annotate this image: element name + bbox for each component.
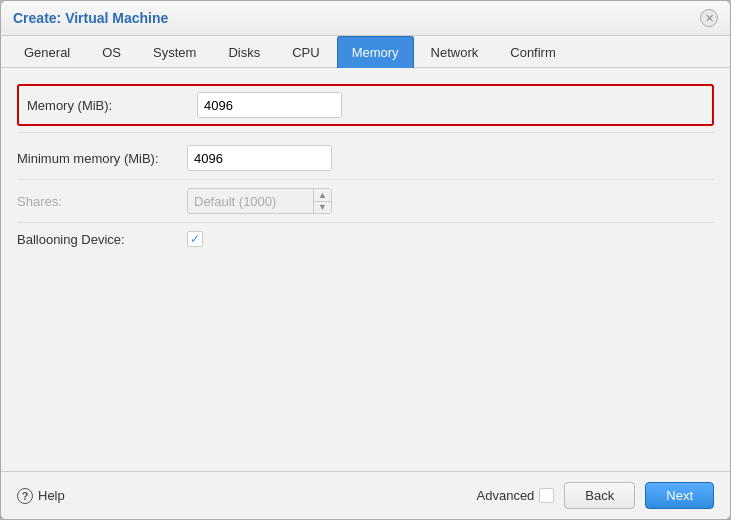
next-button[interactable]: Next xyxy=(645,482,714,509)
advanced-label: Advanced xyxy=(477,488,535,503)
memory-form: Memory (MiB): ▲ ▼ Minimum memory (MiB): … xyxy=(1,68,730,265)
tab-cpu[interactable]: CPU xyxy=(277,36,334,68)
ballooning-checkbox[interactable]: ✓ xyxy=(187,231,203,247)
shares-up[interactable]: ▲ xyxy=(314,189,331,202)
memory-mib-row: Memory (MiB): ▲ ▼ xyxy=(17,84,714,126)
ballooning-check-icon: ✓ xyxy=(190,232,200,246)
shares-value: Default (1000) xyxy=(188,192,313,211)
content-area: Memory (MiB): ▲ ▼ Minimum memory (MiB): … xyxy=(1,68,730,471)
footer: ? Help Advanced Back Next xyxy=(1,471,730,519)
tab-system[interactable]: System xyxy=(138,36,211,68)
help-label: Help xyxy=(38,488,65,503)
divider-1 xyxy=(17,132,714,133)
ballooning-label: Ballooning Device: xyxy=(17,232,187,247)
shares-row: Shares: Default (1000) ▲ ▼ xyxy=(17,180,714,223)
shares-label: Shares: xyxy=(17,194,187,209)
tab-memory[interactable]: Memory xyxy=(337,36,414,68)
shares-down[interactable]: ▼ xyxy=(314,202,331,214)
advanced-checkbox[interactable] xyxy=(539,488,554,503)
tab-network[interactable]: Network xyxy=(416,36,494,68)
memory-mib-label: Memory (MiB): xyxy=(27,98,197,113)
tab-bar: General OS System Disks CPU Memory Netwo… xyxy=(1,36,730,68)
tab-general[interactable]: General xyxy=(9,36,85,68)
title-bar: Create: Virtual Machine ✕ xyxy=(1,1,730,36)
memory-mib-field[interactable] xyxy=(198,93,342,117)
min-memory-input[interactable]: ▲ ▼ xyxy=(187,145,332,171)
create-vm-dialog: Create: Virtual Machine ✕ General OS Sys… xyxy=(0,0,731,520)
ballooning-row: Ballooning Device: ✓ xyxy=(17,223,714,255)
help-icon: ? xyxy=(17,488,33,504)
tab-disks[interactable]: Disks xyxy=(213,36,275,68)
dialog-title: Create: Virtual Machine xyxy=(13,10,168,26)
tab-confirm[interactable]: Confirm xyxy=(495,36,571,68)
min-memory-label: Minimum memory (MiB): xyxy=(17,151,187,166)
close-button[interactable]: ✕ xyxy=(700,9,718,27)
shares-select[interactable]: Default (1000) ▲ ▼ xyxy=(187,188,332,214)
footer-right: Advanced Back Next xyxy=(477,482,714,509)
ballooning-checkbox-area[interactable]: ✓ xyxy=(187,231,203,247)
min-memory-row: Minimum memory (MiB): ▲ ▼ xyxy=(17,137,714,180)
min-memory-field[interactable] xyxy=(188,146,332,170)
memory-mib-input[interactable]: ▲ ▼ xyxy=(197,92,342,118)
footer-left: ? Help xyxy=(17,488,65,504)
back-button[interactable]: Back xyxy=(564,482,635,509)
shares-spin-buttons: ▲ ▼ xyxy=(313,189,331,213)
help-button[interactable]: ? Help xyxy=(17,488,65,504)
tab-os[interactable]: OS xyxy=(87,36,136,68)
advanced-area: Advanced xyxy=(477,488,555,503)
